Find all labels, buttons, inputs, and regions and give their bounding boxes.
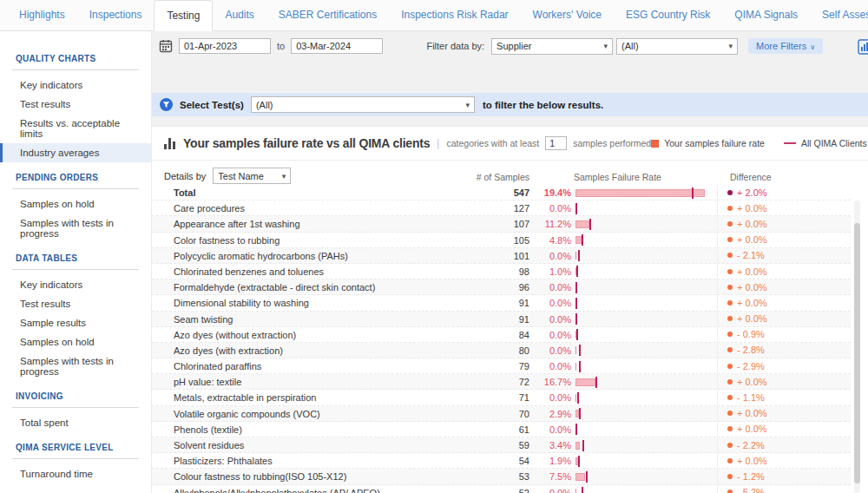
more-filters-button[interactable]: More Filters∨ [748, 38, 823, 54]
difference-value: - 1.1% [737, 392, 765, 403]
filter-dimension-select[interactable]: Supplier ▾ [491, 38, 613, 55]
difference-dot-icon [727, 379, 733, 385]
row-failure-rate: 1.9% [510, 456, 571, 466]
sidebar-item[interactable]: Sample results [0, 313, 151, 332]
table-row[interactable]: Care procedures 127 0.0% + 0.0% [152, 200, 851, 216]
nav-tab[interactable]: Workers' Voice [521, 0, 614, 30]
row-bar-zone [575, 485, 714, 493]
table-row[interactable]: Appearance after 1st washing 107 11.2% +… [152, 216, 851, 232]
nav-tab[interactable]: Audits [213, 0, 266, 30]
table-row[interactable]: Polycyclic aromatic hydrocarbons (PAHs) … [152, 248, 851, 264]
main-area: to Filter data by: Supplier ▾ (All) ▾ Mo… [152, 31, 868, 493]
panel-title: Your samples failure rate vs all QIMA cl… [183, 136, 430, 150]
row-test-name: Polycyclic aromatic hydrocarbons (PAHs) [174, 251, 348, 261]
sidebar-item[interactable]: Test results [0, 294, 151, 313]
filter-bar: to Filter data by: Supplier ▾ (All) ▾ Mo… [159, 37, 868, 55]
row-bar-zone [575, 453, 714, 468]
table-row[interactable]: Azo dyes (without extraction) 84 0.0% - … [152, 327, 851, 343]
sidebar-item[interactable]: Results vs. acceptable limits [0, 114, 151, 143]
row-difference: - 1.1% [727, 390, 765, 404]
row-difference: + 0.0% [727, 216, 767, 231]
table-row[interactable]: Seam twisting 91 0.0% + 0.0% [152, 312, 851, 327]
difference-dot-icon [727, 458, 733, 463]
failure-rate-bar [575, 489, 576, 493]
chevron-down-icon: ▾ [282, 172, 286, 181]
row-difference: - 1.2% [727, 469, 765, 483]
chart-legend: Your samples failure rate All QIMA Clien… [651, 138, 867, 148]
sidebar-item[interactable]: Samples on hold [0, 194, 151, 214]
qima-benchmark-tick [586, 471, 588, 483]
table-row[interactable]: Colour fastness to rubbing(ISO 105-X12) … [152, 469, 851, 484]
table-row[interactable]: pH value: textile 72 16.7% + 0.0% [152, 374, 851, 390]
row-difference: + 0.0% [727, 312, 767, 326]
table-row[interactable]: Alkylphenols/Alkylphenolethoxylates (AP/… [152, 485, 851, 493]
failure-rate-table: Details by Test Name ▾ # of Samples Samp… [152, 161, 868, 493]
row-failure-rate: 0.0% [510, 392, 571, 403]
calendar-icon[interactable] [159, 39, 173, 53]
nav-tab[interactable]: QIMA Signals [722, 0, 810, 30]
scrollbar-thumb[interactable] [854, 223, 860, 483]
qima-benchmark-tick [579, 345, 581, 356]
difference-value: + 0.0% [737, 234, 767, 245]
export-icon[interactable] [858, 39, 868, 58]
row-test-name: Formaldehyde (extractable - direct skin … [174, 282, 375, 293]
table-row[interactable]: Metals, extractable in perspiration 71 0… [152, 390, 851, 405]
nav-tab[interactable]: Highlights [7, 0, 77, 30]
row-test-name: Solvent residues [174, 440, 244, 450]
sidebar-item[interactable]: Turnaround time [0, 464, 151, 483]
table-row[interactable]: Phenols (textile) 61 0.0% + 0.0% [152, 422, 851, 437]
sidebar-section-title: QIMA SERVICE LEVEL [12, 443, 139, 459]
table-scrollbar[interactable] [854, 200, 860, 493]
sidebar-item[interactable]: Samples on hold [0, 332, 151, 352]
difference-dot-icon [727, 443, 733, 448]
qima-benchmark-tick [595, 377, 597, 388]
table-row[interactable]: Formaldehyde (extractable - direct skin … [152, 279, 851, 295]
top-nav: HighlightsInspectionsTestingAuditsSABER … [0, 0, 868, 31]
min-samples-input[interactable] [545, 136, 567, 150]
sidebar-item[interactable]: Samples with tests in progress [0, 214, 151, 243]
nav-tab[interactable]: ESG Country Risk [614, 0, 722, 30]
failure-rate-bar [575, 252, 576, 260]
benchmark-line-swatch [784, 142, 796, 144]
table-row[interactable]: Chlorinated benzenes and toluenes 98 1.0… [152, 264, 851, 279]
difference-value: - 2.1% [737, 250, 765, 260]
nav-tab[interactable]: Inspections [77, 0, 155, 30]
table-row[interactable]: Color fastness to rubbing 105 4.8% + 0.0… [152, 233, 851, 248]
table-row[interactable]: Volatile organic compounds (VOC) 70 2.9%… [152, 406, 851, 422]
date-to-input[interactable] [291, 38, 383, 54]
table-row[interactable]: Solvent residues 59 3.4% - 2.2% [152, 437, 851, 453]
row-test-name: Seam twisting [174, 314, 233, 325]
date-from-input[interactable] [179, 38, 271, 54]
sidebar-item[interactable]: Total spent [0, 413, 151, 432]
sidebar-item[interactable]: Key indicators [0, 275, 151, 294]
table-row[interactable]: Total 547 19.4% + 2.0% [152, 185, 851, 200]
row-difference: - 2.9% [727, 358, 765, 373]
select-tests-dropdown[interactable]: (All) ▾ [251, 96, 475, 113]
row-test-name: Total [174, 187, 195, 198]
table-row[interactable]: Plasticizers: Phthalates 54 1.9% + 0.0% [152, 453, 851, 469]
sidebar-item[interactable]: Industry averages [0, 143, 151, 162]
failure-rate-bar [575, 378, 595, 386]
difference-dot-icon [727, 316, 733, 321]
sidebar-item[interactable]: Samples with tests in progress [0, 352, 151, 381]
sidebar-item[interactable]: Test results [0, 95, 151, 114]
nav-tab[interactable]: Inspections Risk Radar [389, 0, 520, 30]
failure-rate-bar [575, 189, 705, 197]
row-failure-rate: 3.4% [510, 440, 571, 450]
table-row[interactable]: Chlorinated paraffins 79 0.0% - 2.9% [152, 358, 851, 374]
nav-tab[interactable]: Testing [154, 0, 213, 31]
banner-suffix-text: to filter the below results. [483, 100, 603, 110]
qima-dashboard: HighlightsInspectionsTestingAuditsSABER … [0, 0, 868, 493]
nav-tab[interactable]: SABER Certifications [266, 0, 389, 30]
sidebar-item[interactable]: Key indicators [0, 76, 151, 95]
table-row[interactable]: Dimensional stability to washing 91 0.0%… [152, 295, 851, 311]
nav-tab[interactable]: Self Assessment Quest... [810, 0, 868, 30]
row-difference: - 2.2% [727, 437, 765, 452]
filter-value-select[interactable]: (All) ▾ [616, 38, 738, 55]
row-failure-rate: 0.0% [510, 298, 571, 308]
difference-dot-icon [727, 411, 733, 416]
details-by-select[interactable]: Test Name ▾ [213, 168, 291, 184]
row-test-name: Phenols (textile) [174, 424, 242, 435]
table-row[interactable]: Azo dyes (with extraction) 80 0.0% - 2.8… [152, 343, 851, 358]
qima-benchmark-tick [589, 219, 591, 230]
